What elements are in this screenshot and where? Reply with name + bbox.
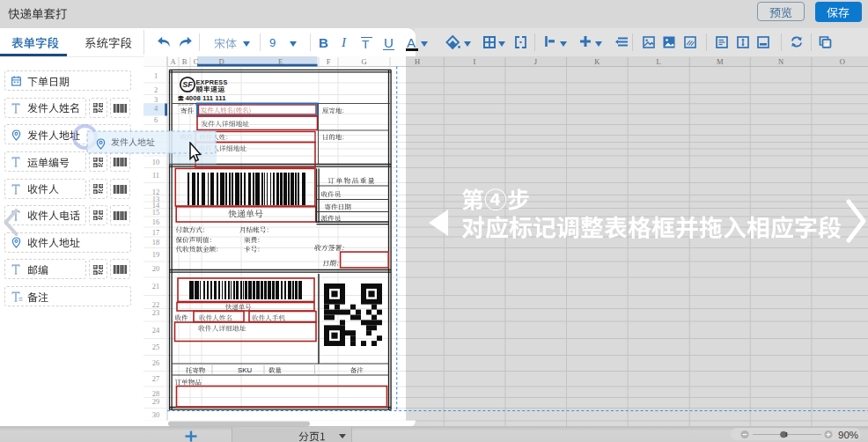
svg-text:16: 16: [152, 217, 160, 226]
svg-text:K: K: [594, 57, 600, 66]
svg-text:21: 21: [152, 282, 160, 291]
svg-text:M: M: [717, 57, 724, 66]
svg-text:20: 20: [152, 264, 160, 273]
svg-text:C: C: [194, 57, 199, 66]
svg-text:17: 17: [152, 228, 160, 237]
svg-text:25: 25: [152, 343, 160, 351]
svg-text:F: F: [327, 57, 331, 66]
svg-text:18: 18: [152, 238, 160, 247]
svg-text:30: 30: [152, 410, 160, 419]
svg-text:1: 1: [154, 71, 158, 80]
svg-text:19: 19: [152, 250, 160, 259]
svg-text:6: 6: [154, 115, 158, 124]
svg-text:27: 27: [152, 374, 160, 383]
svg-text:24: 24: [152, 326, 160, 335]
svg-text:26: 26: [152, 358, 160, 367]
svg-text:90%: 90%: [838, 430, 858, 440]
svg-text:23: 23: [152, 308, 160, 317]
svg-text:SF: SF: [182, 80, 193, 89]
svg-text:O: O: [840, 57, 845, 66]
svg-text:SKU: SKU: [238, 366, 252, 374]
svg-text:22: 22: [152, 300, 160, 309]
svg-text:H: H: [415, 57, 420, 66]
svg-text:29: 29: [152, 397, 160, 406]
svg-text:N: N: [778, 57, 783, 66]
svg-text:D: D: [218, 57, 224, 66]
svg-text:A: A: [170, 57, 176, 66]
svg-text:B: B: [182, 57, 188, 66]
svg-text:15: 15: [152, 208, 160, 217]
svg-text:3: 3: [154, 95, 158, 104]
svg-text:11: 11: [152, 171, 159, 180]
svg-text:10: 10: [152, 158, 160, 166]
svg-text:E: E: [278, 57, 283, 66]
svg-text:G: G: [361, 57, 366, 66]
svg-text:2: 2: [154, 85, 158, 94]
svg-text:I: I: [474, 57, 476, 66]
svg-text:EXPRESS: EXPRESS: [196, 78, 228, 86]
svg-text:L: L: [656, 57, 660, 66]
